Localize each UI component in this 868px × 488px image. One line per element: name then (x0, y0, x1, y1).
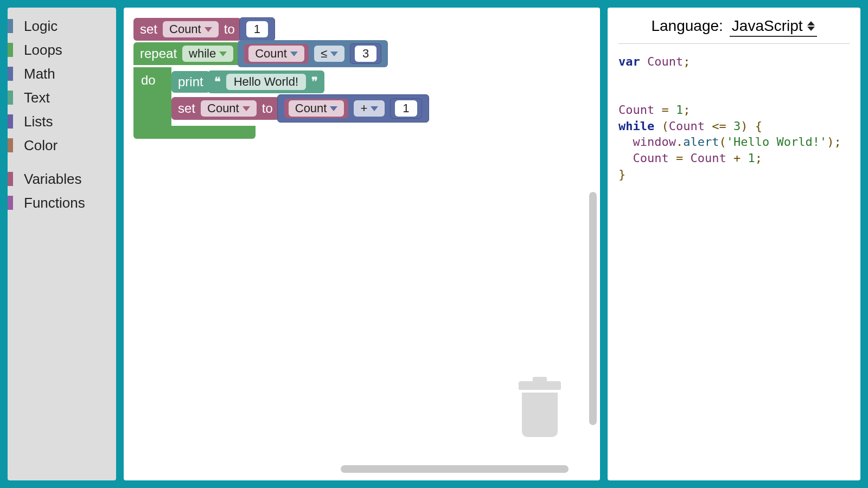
workspace-horizontal-scrollbar[interactable] (341, 465, 569, 473)
category-label: Functions (24, 195, 85, 211)
var-get-block[interactable]: Count (284, 99, 349, 118)
chevron-down-icon (371, 106, 378, 111)
category-color-swatch (8, 172, 13, 186)
op-dropdown[interactable]: ≤ (314, 46, 344, 62)
var-get-block[interactable]: Count (244, 44, 309, 63)
number-field[interactable]: 1 (246, 21, 268, 37)
kw-to: to (224, 22, 235, 37)
chevron-down-icon (290, 52, 298, 56)
category-label: Lists (24, 113, 53, 130)
number-block[interactable]: 1 (239, 17, 275, 41)
chevron-down-icon (242, 106, 250, 111)
block-workspace[interactable]: set Count to 1 repeat while (124, 8, 600, 480)
set-block[interactable]: set Count to (133, 18, 241, 41)
text-field[interactable]: Hello World! (226, 74, 306, 90)
kw-set: set (178, 101, 195, 116)
kw-repeat: repeat (140, 46, 177, 61)
chevron-down-icon (330, 106, 337, 111)
var-dropdown[interactable]: Count (163, 21, 219, 37)
blocks-root: set Count to 1 repeat while (133, 17, 429, 139)
loop-do-arm: do (133, 67, 171, 126)
toolbox-category-lists[interactable]: Lists (8, 110, 116, 133)
toolbox-category-color[interactable]: Color (8, 133, 116, 157)
category-color-swatch (8, 196, 13, 210)
toolbox-category-loops[interactable]: Loops (8, 38, 116, 62)
loop-head[interactable]: repeat while (133, 42, 240, 65)
var-dropdown[interactable]: Count (289, 100, 344, 117)
language-label: Language: (651, 17, 723, 35)
category-color-swatch (8, 19, 13, 33)
category-color-swatch (8, 138, 13, 152)
category-label: Loops (24, 42, 62, 59)
arith-block[interactable]: Count + 1 (277, 94, 429, 123)
chevron-down-icon (330, 52, 338, 56)
toolbox-category-functions[interactable]: Functions (8, 191, 116, 215)
loop-mode-dropdown[interactable]: while (182, 46, 233, 62)
generated-code: var Count; Count = 1; while (Count <= 3)… (618, 54, 850, 183)
category-color-swatch (8, 67, 13, 81)
language-row: Language: JavaScript (618, 15, 850, 44)
var-dropdown[interactable]: Count (201, 100, 257, 117)
compare-block[interactable]: Count ≤ 3 (238, 40, 388, 67)
number-block[interactable]: 1 (390, 98, 422, 119)
language-select[interactable]: JavaScript (730, 17, 817, 37)
block-print[interactable]: print ❝ Hello World! ❞ (171, 70, 429, 93)
sort-icon (807, 21, 815, 31)
toolbox-category-text[interactable]: Text (8, 86, 116, 110)
set-block[interactable]: set Count to (171, 97, 279, 120)
category-label: Logic (24, 18, 58, 35)
open-quote-icon: ❝ (214, 75, 221, 89)
kw-do: do (141, 73, 156, 88)
category-label: Color (24, 137, 58, 154)
kw-to: to (262, 101, 273, 116)
chevron-down-icon (219, 52, 227, 56)
toolbox-category-logic[interactable]: Logic (8, 14, 116, 38)
trash-icon[interactable] (519, 381, 561, 437)
kw-set: set (140, 22, 157, 37)
text-literal-block[interactable]: ❝ Hello World! ❞ (208, 70, 324, 93)
print-block[interactable]: print (171, 71, 210, 93)
block-repeat-while[interactable]: repeat while Count ≤ (133, 40, 429, 139)
loop-body: print ❝ Hello World! ❞ set (171, 67, 429, 126)
workspace-vertical-scrollbar[interactable] (589, 192, 597, 425)
op-dropdown[interactable]: + (354, 100, 385, 117)
category-label: Text (24, 89, 50, 106)
var-dropdown[interactable]: Count (248, 46, 304, 62)
block-set-count-1[interactable]: set Count to 1 (133, 17, 429, 41)
kw-print: print (178, 74, 203, 89)
category-color-swatch (8, 91, 13, 105)
category-color-swatch (8, 43, 13, 57)
number-field[interactable]: 3 (355, 46, 376, 62)
number-block[interactable]: 3 (350, 43, 381, 64)
category-label: Math (24, 66, 55, 82)
chevron-down-icon (205, 27, 212, 32)
category-color-swatch (8, 114, 13, 129)
number-field[interactable]: 1 (395, 100, 417, 117)
loop-foot (133, 126, 256, 139)
toolbox-category-variables[interactable]: Variables (8, 167, 116, 191)
block-set-count-incr[interactable]: set Count to Count (171, 94, 429, 123)
category-label: Variables (24, 171, 81, 188)
code-panel: Language: JavaScript var Count; Count = … (608, 8, 860, 480)
toolbox-category-math[interactable]: Math (8, 62, 116, 86)
close-quote-icon: ❞ (311, 75, 318, 89)
toolbox-panel: LogicLoopsMathTextListsColorVariablesFun… (8, 8, 116, 480)
